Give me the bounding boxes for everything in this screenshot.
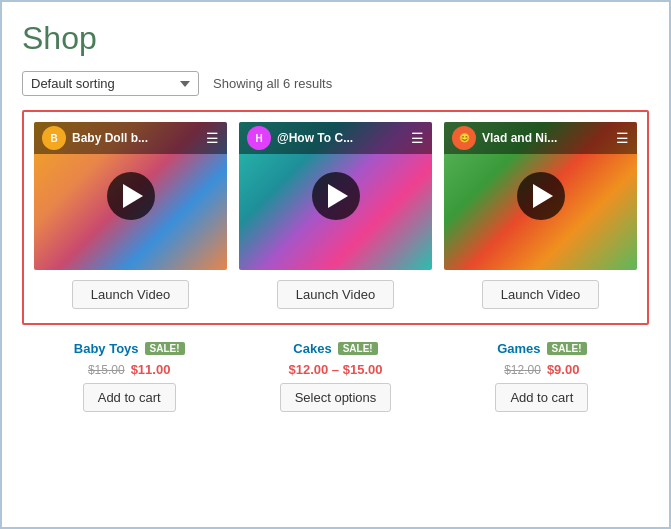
channel-avatar: 😊 (452, 126, 476, 150)
product-card-vlad-nikita: 😊 Vlad and Ni... ☰ Launch Video (444, 122, 637, 309)
sort-select[interactable]: Default sorting Sort by popularity Sort … (22, 71, 199, 96)
select-options-button-cakes[interactable]: Select options (280, 383, 392, 412)
price-original: $15.00 (88, 363, 125, 377)
video-thumbnail-how-to-cake[interactable]: H @How To C... ☰ (239, 122, 432, 270)
page-container: Shop Default sorting Sort by popularity … (2, 2, 669, 432)
video-menu-icon[interactable]: ☰ (616, 130, 629, 146)
channel-avatar: H (247, 126, 271, 150)
play-button[interactable] (312, 172, 360, 220)
sale-badge: SALE! (338, 342, 378, 355)
price-sale: $9.00 (547, 362, 580, 377)
video-overlay-bar: 😊 Vlad and Ni... ☰ (444, 122, 637, 154)
video-products-grid: B Baby Doll b... ☰ Launch Video H @How T… (34, 122, 637, 309)
video-title: Vlad and Ni... (482, 131, 612, 145)
channel-avatar: B (42, 126, 66, 150)
price-row: $12.00 $9.00 (504, 362, 579, 377)
launch-video-button[interactable]: Launch Video (482, 280, 599, 309)
product-card-baby-doll: B Baby Doll b... ☰ Launch Video (34, 122, 227, 309)
video-thumbnail-baby-doll[interactable]: B Baby Doll b... ☰ (34, 122, 227, 270)
sale-badge: SALE! (547, 342, 587, 355)
product-info-cakes: Cakes SALE! $12.00 – $15.00 Select optio… (238, 341, 432, 412)
video-thumbnail-vlad-nikita[interactable]: 😊 Vlad and Ni... ☰ (444, 122, 637, 270)
price-sale: $11.00 (131, 362, 171, 377)
sale-badge: SALE! (145, 342, 185, 355)
add-to-cart-button-games[interactable]: Add to cart (495, 383, 588, 412)
results-count: Showing all 6 results (213, 76, 332, 91)
product-card-how-to-cake: H @How To C... ☰ Launch Video (239, 122, 432, 309)
product-name-row: Games SALE! (497, 341, 586, 356)
page-title: Shop (22, 20, 649, 57)
launch-video-button[interactable]: Launch Video (72, 280, 189, 309)
play-triangle-icon (123, 184, 143, 208)
video-title: Baby Doll b... (72, 131, 202, 145)
play-button[interactable] (107, 172, 155, 220)
product-name-row: Baby Toys SALE! (74, 341, 185, 356)
toolbar: Default sorting Sort by popularity Sort … (22, 71, 649, 96)
video-overlay-bar: H @How To C... ☰ (239, 122, 432, 154)
video-menu-icon[interactable]: ☰ (206, 130, 219, 146)
price-row: $12.00 – $15.00 (289, 362, 383, 377)
add-to-cart-button-baby-toys[interactable]: Add to cart (83, 383, 176, 412)
product-info-games: Games SALE! $12.00 $9.00 Add to cart (445, 341, 639, 412)
play-triangle-icon (533, 184, 553, 208)
product-info-grid: Baby Toys SALE! $15.00 $11.00 Add to car… (22, 341, 649, 412)
play-triangle-icon (328, 184, 348, 208)
price-row: $15.00 $11.00 (88, 362, 170, 377)
featured-products-section: B Baby Doll b... ☰ Launch Video H @How T… (22, 110, 649, 325)
product-name-row: Cakes SALE! (293, 341, 377, 356)
play-button[interactable] (517, 172, 565, 220)
product-name: Cakes (293, 341, 331, 356)
launch-video-button[interactable]: Launch Video (277, 280, 394, 309)
video-overlay-bar: B Baby Doll b... ☰ (34, 122, 227, 154)
product-name: Baby Toys (74, 341, 139, 356)
video-title: @How To C... (277, 131, 407, 145)
product-name: Games (497, 341, 540, 356)
price-original: $12.00 (504, 363, 541, 377)
price-range: $12.00 – $15.00 (289, 362, 383, 377)
product-info-baby-toys: Baby Toys SALE! $15.00 $11.00 Add to car… (32, 341, 226, 412)
video-menu-icon[interactable]: ☰ (411, 130, 424, 146)
